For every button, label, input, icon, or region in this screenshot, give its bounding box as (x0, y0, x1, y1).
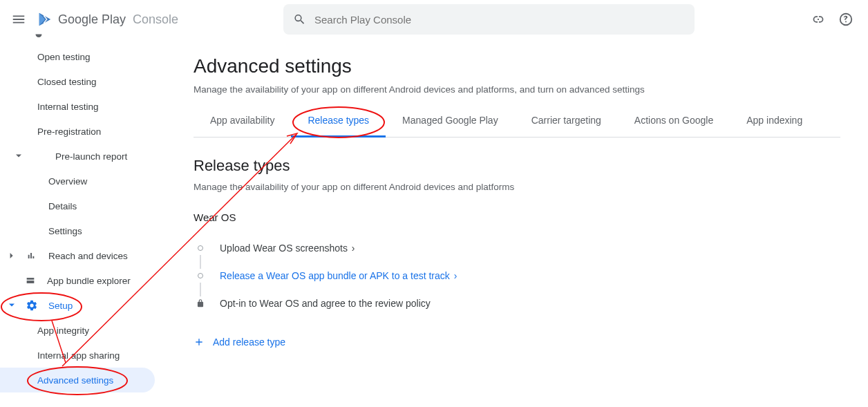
sidebar: Testing Open testing Closed testing Inte… (0, 39, 166, 407)
logo[interactable]: Google Play Console (37, 12, 178, 27)
chevron-right-icon: › (349, 243, 355, 254)
gear-icon (25, 299, 39, 312)
sidebar-item-setup[interactable]: Setup (0, 293, 166, 318)
sidebar-item-testing[interactable]: Testing (0, 30, 166, 44)
sidebar-item-open-testing[interactable]: Open testing (0, 44, 166, 69)
group-title-wear-os: Wear OS (194, 211, 840, 223)
help-icon[interactable] (838, 11, 854, 28)
sidebar-item-advanced-settings[interactable]: Advanced settings (0, 368, 155, 392)
page-title: Advanced settings (194, 55, 840, 77)
caret-down-icon (15, 153, 22, 159)
section-subtitle: Manage the availability of your app on d… (194, 182, 840, 192)
sidebar-item-prelaunch-details[interactable]: Details (0, 193, 166, 218)
wear-os-steps: Upload Wear OS screenshots › Release a W… (194, 234, 840, 317)
sidebar-item-pre-registration[interactable]: Pre-registration (0, 119, 166, 144)
tabs: App availability Release types Managed G… (194, 114, 840, 138)
step-circle-icon (198, 273, 203, 278)
sidebar-item-app-integrity[interactable]: App integrity (0, 318, 166, 343)
bundle-icon (23, 275, 37, 286)
sidebar-item-internal-app-sharing[interactable]: Internal app sharing (0, 343, 166, 368)
step-opt-in-wear-os[interactable]: Opt-in to Wear OS and agree to the revie… (194, 290, 840, 317)
sidebar-item-closed-testing[interactable]: Closed testing (0, 69, 166, 94)
search-icon (293, 12, 306, 26)
section-title: Release types (194, 157, 840, 175)
add-release-type-button[interactable]: Add release type (194, 337, 840, 348)
play-console-icon (37, 12, 53, 27)
step-release-test-track[interactable]: Release a Wear OS app bundle or APK to a… (194, 262, 840, 290)
sidebar-item-bundle-explorer[interactable]: App bundle explorer (0, 268, 166, 293)
plus-icon (194, 337, 205, 348)
caret-down-icon (8, 303, 15, 308)
sidebar-item-prelaunch-overview[interactable]: Overview (0, 169, 166, 193)
logo-text-console: Console (133, 12, 178, 27)
step-circle-icon (198, 245, 203, 251)
step-upload-screenshots[interactable]: Upload Wear OS screenshots › (194, 234, 840, 262)
flask-icon (32, 34, 46, 41)
sidebar-item-reach-devices[interactable]: Reach and devices (0, 243, 166, 268)
main-content: Advanced settings Manage the availabilit… (166, 39, 868, 407)
lock-icon (194, 296, 207, 310)
tab-actions-on-google[interactable]: Actions on Google (618, 115, 730, 138)
search-input[interactable] (314, 14, 685, 26)
tab-managed-google-play[interactable]: Managed Google Play (386, 115, 515, 138)
chevron-right-icon: › (451, 270, 457, 281)
tab-app-availability[interactable]: App availability (194, 115, 291, 138)
page-subtitle: Manage the availability of your app on d… (194, 84, 840, 95)
menu-icon[interactable] (11, 12, 26, 27)
tab-carrier-targeting[interactable]: Carrier targeting (515, 115, 618, 138)
caret-right-icon (8, 253, 15, 258)
sidebar-item-internal-testing[interactable]: Internal testing (0, 94, 166, 119)
link-icon[interactable] (810, 11, 827, 28)
tab-release-types[interactable]: Release types (291, 115, 386, 138)
bar-chart-icon (25, 250, 39, 261)
sidebar-item-prelaunch-report[interactable]: Pre-launch report (0, 144, 166, 169)
sidebar-item-prelaunch-settings[interactable]: Settings (0, 218, 166, 243)
tab-app-indexing[interactable]: App indexing (730, 115, 819, 138)
logo-text-google-play: Google Play (58, 12, 126, 27)
search-bar[interactable] (283, 4, 695, 35)
